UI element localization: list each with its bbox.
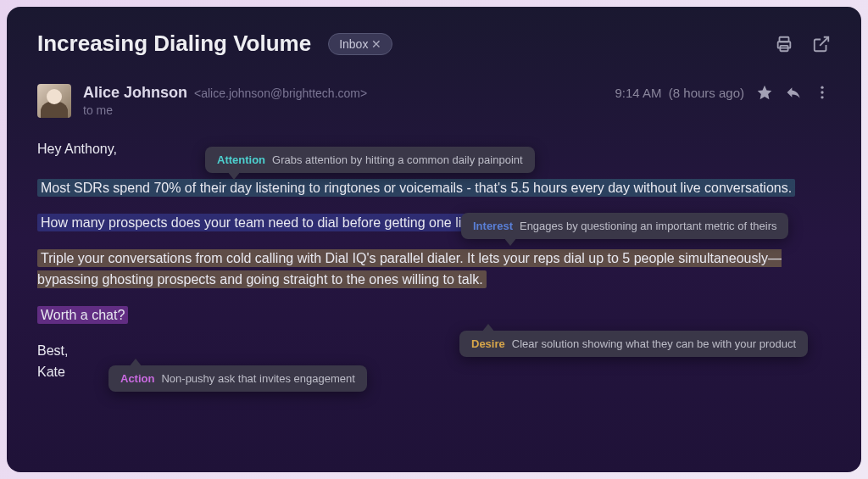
svg-marker-4 <box>758 86 772 100</box>
header-left: Increasing Dialing Volume Inbox ✕ <box>37 31 392 57</box>
more-icon[interactable] <box>814 84 831 101</box>
annotation-desc: Clear solution showing what they can be … <box>512 337 796 350</box>
recipient-line[interactable]: to me <box>83 103 367 117</box>
close-icon[interactable]: ✕ <box>371 37 381 51</box>
annotation-desc: Non-pushy ask that invites engagement <box>161 372 354 385</box>
open-external-icon[interactable] <box>812 35 831 53</box>
highlight-action: Worth a chat? <box>37 306 128 324</box>
highlight-attention: Most SDRs spend 70% of their day listeni… <box>37 179 795 197</box>
reply-icon[interactable] <box>785 84 802 101</box>
header-actions <box>775 35 831 53</box>
annotation-tag: Attention <box>217 153 265 166</box>
annotation-tag: Action <box>120 372 154 385</box>
svg-point-5 <box>821 86 823 89</box>
annotation-desc: Engages by questioning an important metr… <box>520 220 777 232</box>
annotation-attention: Attention Grabs attention by hitting a c… <box>205 147 535 173</box>
annotation-tag: Desire <box>471 337 505 350</box>
sender-name: Alice Johnson <box>83 84 187 102</box>
timestamp: 9:14 AM (8 hours ago) <box>615 86 744 100</box>
paragraph-action: Worth a chat? <box>37 304 831 326</box>
sender-row: Alice Johnson <alice.johnson@brighttech.… <box>37 84 831 118</box>
annotation-desire: Desire Clear solution showing what they … <box>459 331 808 357</box>
svg-point-6 <box>821 91 823 93</box>
annotation-action: Action Non-pushy ask that invites engage… <box>108 365 367 392</box>
sender-info: Alice Johnson <alice.johnson@brighttech.… <box>83 84 367 118</box>
email-subject: Increasing Dialing Volume <box>37 31 311 57</box>
annotation-desc: Grabs attention by hitting a common dail… <box>272 153 523 166</box>
sender-email: <alice.johnson@brighttech.com> <box>194 86 367 100</box>
svg-line-3 <box>820 36 828 45</box>
avatar <box>37 84 71 118</box>
annotation-tag: Interest <box>473 220 513 232</box>
email-header: Increasing Dialing Volume Inbox ✕ <box>37 31 831 57</box>
label-text: Inbox <box>339 37 368 51</box>
sender-name-line: Alice Johnson <alice.johnson@brighttech.… <box>83 84 367 102</box>
star-icon[interactable] <box>756 84 773 101</box>
inbox-label[interactable]: Inbox ✕ <box>328 33 392 55</box>
svg-point-7 <box>821 96 823 98</box>
annotation-interest: Interest Engages by questioning an impor… <box>461 213 788 239</box>
email-view: Increasing Dialing Volume Inbox ✕ Alice … <box>7 7 861 472</box>
sender-left: Alice Johnson <alice.johnson@brighttech.… <box>37 84 367 118</box>
sender-right: 9:14 AM (8 hours ago) <box>615 84 831 101</box>
paragraph-desire: Triple your conversations from cold call… <box>37 248 831 291</box>
paragraph-attention: Most SDRs spend 70% of their day listeni… <box>37 177 831 199</box>
highlight-desire: Triple your conversations from cold call… <box>37 249 782 289</box>
print-icon[interactable] <box>775 35 793 53</box>
